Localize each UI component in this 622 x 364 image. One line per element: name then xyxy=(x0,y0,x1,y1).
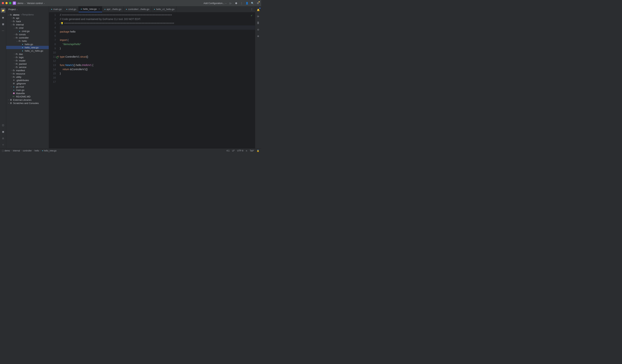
services-icon[interactable]: ⬡ xyxy=(1,123,5,127)
tree-file-main-go[interactable]: ●main.go xyxy=(6,88,49,92)
tree-folder-manifest[interactable]: ›🗀manifest xyxy=(6,69,49,72)
folder-icon: 🗀 xyxy=(12,72,15,75)
folder-icon: 🗀 xyxy=(15,33,18,36)
code-content[interactable]: // =====================================… xyxy=(59,12,255,148)
commit-tool-icon[interactable]: ◉ xyxy=(1,16,5,19)
tab-options-icon[interactable]: ⋮ xyxy=(250,8,253,11)
tree-folder-service[interactable]: ›🗀service xyxy=(6,65,49,69)
tree-folder-utility[interactable]: ›🗀utility xyxy=(6,75,49,78)
tree-root[interactable]: ⌄🗀demo~/Temp/demo xyxy=(6,13,49,16)
go-file-icon: ● xyxy=(126,8,127,10)
tree-file-hello-go[interactable]: ●hello.go xyxy=(6,42,49,46)
interface-gutter-icon[interactable] xyxy=(56,56,59,58)
project-tree[interactable]: ⌄🗀demo~/Temp/demo ›🗀api ›🗀hack ⌄🗀interna… xyxy=(6,12,49,148)
tree-folder-dao[interactable]: ›🗀dao xyxy=(6,52,49,56)
tree-folder-consts[interactable]: ›🗀consts xyxy=(6,33,49,36)
project-panel: Project⌄ ⌄🗀demo~/Temp/demo ›🗀api ›🗀hack … xyxy=(6,6,49,148)
readonly-toggle-icon[interactable]: ⎋ xyxy=(246,150,247,152)
bc-controller[interactable]: controller xyxy=(23,150,32,152)
tree-folder-resource[interactable]: ›🗀resource xyxy=(6,72,49,75)
folder-icon: 🗀 xyxy=(15,53,18,55)
minimize-window[interactable] xyxy=(5,2,8,4)
tab-api-hello-go[interactable]: ●api/.../hello.go xyxy=(102,6,124,12)
go-file-icon: ● xyxy=(21,47,24,49)
tree-folder-internal[interactable]: ⌄🗀internal xyxy=(6,23,49,26)
terminal-icon[interactable]: ▣ xyxy=(1,130,5,134)
chevron-down-icon: ⌄ xyxy=(43,2,45,4)
debug-icon[interactable]: ⬢ xyxy=(235,2,237,4)
tree-file-cmd-go[interactable]: ●cmd.go xyxy=(6,29,49,33)
chevron-right-icon: › xyxy=(11,150,12,152)
project-panel-title[interactable]: Project⌄ xyxy=(8,8,18,11)
tree-file-hello-new-go[interactable]: ●hello_new.go xyxy=(6,46,49,49)
tree-folder-model[interactable]: ›🗀model xyxy=(6,59,49,62)
tab-main-go[interactable]: ●main.go xyxy=(49,6,64,12)
tree-file-gitignore[interactable]: ⊘.gitignore xyxy=(6,82,49,85)
project-tool-icon[interactable]: 📁 xyxy=(1,8,5,13)
database-icon[interactable]: 🗄 xyxy=(256,21,260,25)
run-icon[interactable]: ▷ xyxy=(229,2,232,4)
chevron-down-icon: ⌄ xyxy=(16,8,18,10)
indent-settings[interactable]: Tab* xyxy=(250,150,254,152)
bc-file[interactable]: ●hello_new.go xyxy=(42,150,56,152)
folder-icon: 🗀 xyxy=(12,17,15,19)
git-icon[interactable]: ⑂ xyxy=(1,143,5,147)
go-file-icon: ● xyxy=(42,150,43,152)
go-file-icon: ● xyxy=(12,89,15,91)
inspection-ok-icon[interactable]: ✓ xyxy=(251,14,253,18)
go-file-icon: ● xyxy=(154,8,155,10)
tree-folder-hello[interactable]: ⌄🗀hello xyxy=(6,39,49,42)
line-separator[interactable]: LF xyxy=(232,150,235,152)
code-editor[interactable]: ✓ 1 2 3 4 5 6 7 8 9 10 11 12 13 14 15 16… xyxy=(49,12,255,148)
bc-demo[interactable]: ▢demo xyxy=(2,150,10,152)
structure-tool-icon[interactable]: ▦ xyxy=(1,22,5,26)
run-config-selector[interactable]: Add Configuration...⌄ xyxy=(204,2,227,4)
tree-file-go-mod[interactable]: ›●go.mod xyxy=(6,85,49,88)
go-file-icon: ● xyxy=(21,43,24,45)
library-icon: ⊞ xyxy=(9,98,12,101)
intention-bulb-icon[interactable]: 💡 xyxy=(60,22,63,25)
close-tab-icon[interactable]: × xyxy=(98,8,100,10)
tree-folder-controller[interactable]: ⌄🗀controller xyxy=(6,36,49,39)
editor-tabs: ●main.go ●cmd.go ●hello_new.go× ●api/...… xyxy=(49,6,255,12)
bc-hello[interactable]: hello xyxy=(35,150,39,152)
tree-file-hello-v1-hello-go[interactable]: ●hello_v1_hello.go xyxy=(6,49,49,52)
search-icon[interactable]: 🔍 xyxy=(251,2,254,4)
folder-icon: 🗀 xyxy=(15,66,18,68)
bc-internal[interactable]: internal xyxy=(13,150,20,152)
close-window[interactable] xyxy=(2,2,4,4)
settings-icon[interactable]: ⚙ xyxy=(256,2,259,4)
go-file-icon: ● xyxy=(21,50,24,52)
problems-icon[interactable]: ⚠ xyxy=(1,136,5,140)
tab-hello-v1-hello-go[interactable]: ●hello_v1_hello.go xyxy=(152,6,177,12)
editor-area: ●main.go ●cmd.go ●hello_new.go× ●api/...… xyxy=(49,6,255,148)
ai-assistant-icon[interactable]: ⟳ xyxy=(256,15,260,18)
tree-folder-packed[interactable]: ›🗀packed xyxy=(6,62,49,65)
tree-folder-logic[interactable]: ›🗀logic xyxy=(6,56,49,59)
folder-icon: 🗀 xyxy=(12,76,15,78)
copilot-icon[interactable]: ⊙ xyxy=(256,28,260,31)
cursor-position[interactable]: 4:1 xyxy=(226,150,230,152)
vcs-menu[interactable]: Version control⌄ xyxy=(27,2,45,4)
maximize-window[interactable] xyxy=(9,2,11,4)
tree-external-libraries[interactable]: ›⊞External Libraries xyxy=(6,98,49,101)
code-with-me-icon[interactable]: 👤 xyxy=(246,2,249,4)
tab-controller-hello-go[interactable]: ●controller/.../hello.go xyxy=(124,6,152,12)
notifications-icon[interactable]: 🔔 xyxy=(256,8,260,12)
tree-folder-cmd[interactable]: ⌄🗀cmd xyxy=(6,26,49,29)
tree-folder-api[interactable]: ›🗀api xyxy=(6,16,49,20)
tree-file-gitattributes[interactable]: ≡.gitattributes xyxy=(6,78,49,82)
project-selector[interactable]: demo⌄ xyxy=(18,2,26,4)
tree-file-readme[interactable]: M↓README.MD xyxy=(6,95,49,98)
tree-folder-hack[interactable]: ›🗀hack xyxy=(6,20,49,23)
folder-icon: 🗀 xyxy=(15,56,18,58)
more-tools-icon[interactable]: ⋯ xyxy=(1,29,5,32)
tree-file-makefile[interactable]: ⬣Makefile xyxy=(6,92,49,95)
lock-icon[interactable]: 🔒 xyxy=(257,150,259,152)
file-encoding[interactable]: UTF-8 xyxy=(237,150,243,152)
tab-hello-new-go[interactable]: ●hello_new.go× xyxy=(78,6,102,12)
tab-cmd-go[interactable]: ●cmd.go xyxy=(64,6,78,12)
more-icon[interactable]: ⋮ xyxy=(240,2,243,4)
copilot-chat-icon[interactable]: ⊚ xyxy=(256,34,260,38)
tree-scratches[interactable]: ›⊟Scratches and Consoles xyxy=(6,101,49,105)
